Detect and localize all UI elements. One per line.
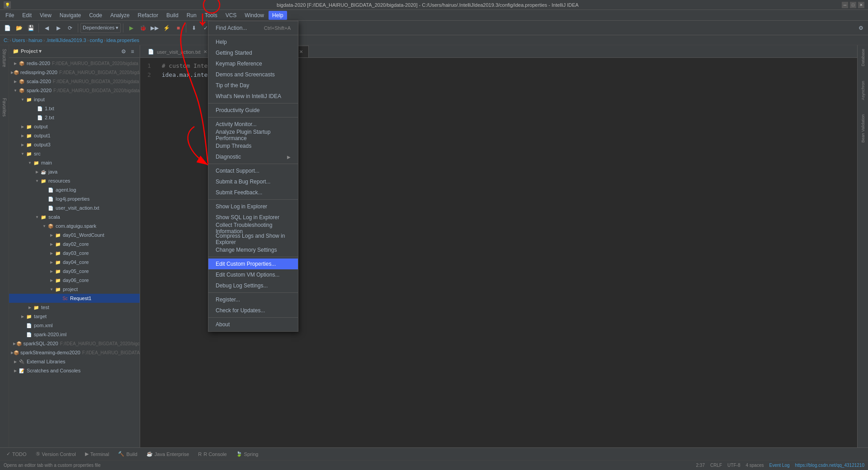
breadcrumb-part-0[interactable]: C: (4, 38, 9, 43)
tree-item-output[interactable]: ▶ 📁 output (9, 122, 140, 131)
toolbar-back-btn[interactable]: ◀ (41, 23, 52, 33)
project-settings-btn[interactable]: ⚙ (120, 48, 127, 55)
tree-item-java[interactable]: ▶ ☕ java (9, 167, 140, 176)
menu-contact-support[interactable]: Contact Support... (208, 165, 298, 176)
tree-item-agent-log[interactable]: 📄 agent.log (9, 185, 140, 194)
tree-item-scratches[interactable]: ▶ 📝 Scratches and Consoles (9, 366, 140, 375)
tree-item-2txt[interactable]: 📄 2.txt (9, 113, 140, 122)
menu-debug-log[interactable]: Debug Log Settings... (208, 280, 298, 291)
menu-whats-new[interactable]: What's New in IntelliJ IDEA (208, 91, 298, 102)
bean-validation-tab[interactable]: Bean Validation (860, 113, 866, 144)
menu-show-sql-log[interactable]: Show SQL Log in Explorer (208, 212, 298, 223)
event-log[interactable]: Event Log (769, 463, 789, 468)
async-panel-tab[interactable]: Asynchron (860, 79, 866, 102)
breadcrumb-part-3[interactable]: .IntelliJIdea2019.3 (46, 38, 86, 43)
menu-item-edit[interactable]: Edit (19, 11, 35, 20)
tab-user-visit[interactable]: 📄 user_visit_action.txt ✕ (142, 46, 213, 57)
tree-item-user-visit[interactable]: 📄 user_visit_action.txt (9, 203, 140, 212)
toolbar-save-btn[interactable]: 💾 (25, 23, 36, 33)
menu-activity-monitor[interactable]: Activity Monitor... (208, 119, 298, 130)
tree-item-pom[interactable]: 📄 pom.xml (9, 321, 140, 330)
bottom-tab-spring[interactable]: 🍃 Spring (233, 450, 261, 458)
menu-item-analyze[interactable]: Analyze (107, 11, 133, 20)
tree-item-redisspring[interactable]: ▶ 📦 redisspring-2020 F:/IDEA_HAIRUO_BIGD… (9, 68, 140, 77)
tree-item-day02[interactable]: ▶ 📁 day02_core (9, 240, 140, 249)
tree-item-resources[interactable]: ▼ 📁 resources (9, 176, 140, 185)
menu-register[interactable]: Register... (208, 294, 298, 305)
bottom-tab-todo[interactable]: ✓ TODO (4, 450, 29, 458)
menu-item-navigate[interactable]: Navigate (56, 11, 85, 20)
menu-collect-troubleshooting[interactable]: Collect Troubleshooting Information (208, 223, 298, 234)
menu-item-build[interactable]: Build (163, 11, 182, 20)
toolbar-coverage-btn[interactable]: ▶▶ (149, 23, 160, 33)
tree-item-day06[interactable]: ▶ 📁 day06_core (9, 276, 140, 285)
toolbar-forward-btn[interactable]: ▶ (53, 23, 64, 33)
tree-item-input[interactable]: ▼ 📁 input (9, 95, 140, 104)
breadcrumb-part-2[interactable]: hairuo (28, 38, 42, 43)
menu-getting-started[interactable]: Getting Started (208, 47, 298, 58)
minimize-button[interactable]: ─ (842, 2, 848, 8)
tree-item-day04[interactable]: ▶ 📁 day04_core (9, 258, 140, 267)
menu-item-run[interactable]: Run (183, 11, 200, 20)
menu-diagnostic[interactable]: Diagnostic ▶ (208, 151, 298, 162)
structure-tab[interactable]: Structure (1, 47, 8, 69)
tree-item-redis[interactable]: ▶ 📦 redis-2020 F:/IDEA_HAIRUO_BIGDATA_20… (9, 59, 140, 68)
maximize-button[interactable]: □ (850, 2, 856, 8)
menu-item-tools[interactable]: Tools (201, 11, 221, 20)
tree-item-main[interactable]: ▼ 📁 main (9, 158, 140, 167)
tree-item-sparkstreaming[interactable]: ▶ 📦 sparkStreaming-demo2020 F:/IDEA_HAIR… (9, 348, 140, 357)
menu-item-file[interactable]: File (2, 11, 18, 20)
breadcrumb-part-1[interactable]: Users (12, 38, 25, 43)
menu-about[interactable]: About (208, 319, 298, 330)
menu-compress-logs[interactable]: Compress Logs and Show in Explorer (208, 234, 298, 244)
menu-productivity-guide[interactable]: Productivity Guide (208, 105, 298, 116)
tree-item-log4j[interactable]: 📄 log4j.properties (9, 194, 140, 203)
tree-item-output3[interactable]: ▶ 📁 output3 (9, 140, 140, 149)
tree-item-target[interactable]: ▶ 📁 target (9, 312, 140, 321)
favorites-tab[interactable]: Favorites (1, 96, 8, 118)
menu-dump-threads[interactable]: Dump Threads (208, 141, 298, 151)
project-collapse-btn[interactable]: ≡ (129, 48, 136, 55)
toolbar-stop-btn[interactable]: ■ (173, 23, 184, 33)
tree-item-sparksql[interactable]: ▶ 📦 sparkSQL-2020 F:/IDEA_HAIRUO_BIGDATA… (9, 339, 140, 348)
tree-item-com-atguigu[interactable]: ▼ 📦 com.atguigu.spark (9, 221, 140, 230)
tree-item-scala-folder[interactable]: ▼ 📁 scala (9, 212, 140, 221)
menu-change-memory[interactable]: Change Memory Settings (208, 244, 298, 255)
toolbar-new-btn[interactable]: 📄 (2, 23, 13, 33)
menu-submit-bug[interactable]: Submit a Bug Report... (208, 176, 298, 187)
tree-item-day01[interactable]: ▶ 📁 day01_WordCount (9, 230, 140, 240)
bottom-tab-build[interactable]: 🔨 Build (115, 450, 140, 458)
tree-item-scala[interactable]: ▶ 📦 scala-2020 F:/IDEA_HAIRUO_BIGDATA_20… (9, 77, 140, 86)
bottom-tab-java-enterprise[interactable]: ☕ Java Enterprise (144, 450, 192, 458)
toolbar-debug-btn[interactable]: 🐞 (137, 23, 148, 33)
toolbar-nav-btn[interactable]: ⟳ (65, 23, 75, 33)
menu-edit-custom-vm[interactable]: Edit Custom VM Options... (208, 269, 298, 280)
bottom-tab-r-console[interactable]: R R Console (195, 451, 229, 458)
tree-item-src[interactable]: ▼ 📁 src (9, 149, 140, 158)
tree-item-output1[interactable]: ▶ 📁 output1 (9, 131, 140, 140)
breadcrumb-part-5[interactable]: idea.properties (106, 38, 139, 43)
tree-item-project[interactable]: ▼ 📁 project (9, 285, 140, 294)
menu-item-help[interactable]: Help (269, 11, 287, 20)
menu-keymap-reference[interactable]: Keymap Reference (208, 58, 298, 69)
menu-item-window[interactable]: Window (241, 11, 268, 20)
bottom-tab-vcs[interactable]: ⑤ Version Control (33, 450, 79, 458)
menu-help[interactable]: Help (208, 37, 298, 47)
breadcrumb-part-4[interactable]: config (90, 38, 103, 43)
toolbar-open-btn[interactable]: 📂 (14, 23, 24, 33)
tree-item-test[interactable]: ▶ 📁 test (9, 303, 140, 312)
tree-item-spark[interactable]: ▼ 📦 spark-2020 F:/IDEA_HAIRUO_BIGDATA_20… (9, 86, 140, 95)
menu-submit-feedback[interactable]: Submit Feedback... (208, 187, 298, 198)
tree-item-1txt[interactable]: 📄 1.txt (9, 104, 140, 113)
menu-check-updates[interactable]: Check for Updates... (208, 305, 298, 316)
toolbar-settings-btn[interactable]: ⚙ (855, 23, 866, 33)
toolbar-profile-btn[interactable]: ⚡ (161, 23, 172, 33)
menu-demos[interactable]: Demos and Screencasts (208, 69, 298, 80)
toolbar-run-btn[interactable]: ▶ (126, 23, 137, 33)
tab-close[interactable]: ✕ (299, 49, 303, 54)
menu-tip-of-day[interactable]: Tip of the Day (208, 80, 298, 91)
tab-close[interactable]: ✕ (203, 49, 207, 54)
tree-item-spark-iml[interactable]: 📄 spark-2020.iml (9, 330, 140, 339)
tree-item-external-libs[interactable]: ▶ 🔌 External Libraries (9, 357, 140, 366)
menu-analyze-startup[interactable]: Analyze Plugin Startup Performance (208, 130, 298, 141)
